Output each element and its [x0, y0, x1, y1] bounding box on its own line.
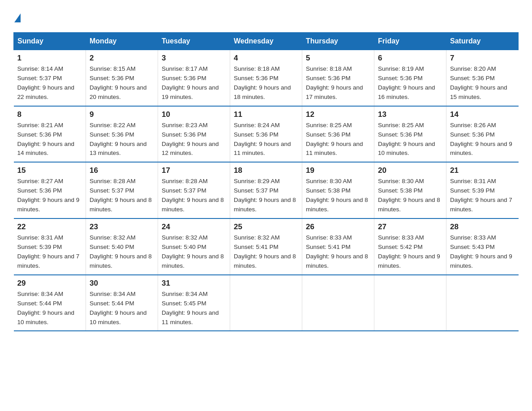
day-number: 10 — [162, 110, 226, 119]
col-header-sunday: Sunday — [14, 33, 86, 50]
calendar-cell: 28Sunrise: 8:33 AMSunset: 5:43 PMDayligh… — [446, 218, 519, 275]
day-info: Sunrise: 8:23 AMSunset: 5:36 PMDaylight:… — [162, 121, 226, 158]
calendar-cell: 24Sunrise: 8:32 AMSunset: 5:40 PMDayligh… — [158, 218, 230, 275]
day-number: 1 — [17, 54, 82, 63]
calendar-cell: 29Sunrise: 8:34 AMSunset: 5:44 PMDayligh… — [14, 275, 86, 331]
calendar-cell: 21Sunrise: 8:31 AMSunset: 5:39 PMDayligh… — [446, 162, 519, 218]
col-header-tuesday: Tuesday — [158, 33, 230, 50]
calendar-cell: 23Sunrise: 8:32 AMSunset: 5:40 PMDayligh… — [86, 218, 158, 275]
day-number: 15 — [17, 166, 82, 175]
day-info: Sunrise: 8:26 AMSunset: 5:36 PMDaylight:… — [450, 121, 515, 158]
calendar-cell: 6Sunrise: 8:19 AMSunset: 5:36 PMDaylight… — [374, 50, 446, 106]
day-info: Sunrise: 8:25 AMSunset: 5:36 PMDaylight:… — [378, 121, 442, 158]
calendar-cell: 20Sunrise: 8:30 AMSunset: 5:38 PMDayligh… — [374, 162, 446, 218]
calendar-cell — [374, 275, 446, 331]
logo-triangle-icon — [14, 13, 21, 22]
day-number: 9 — [90, 110, 154, 119]
calendar-table: SundayMondayTuesdayWednesdayThursdayFrid… — [13, 32, 519, 331]
day-info: Sunrise: 8:29 AMSunset: 5:37 PMDaylight:… — [234, 177, 298, 214]
day-info: Sunrise: 8:25 AMSunset: 5:36 PMDaylight:… — [306, 121, 370, 158]
calendar-cell: 5Sunrise: 8:18 AMSunset: 5:36 PMDaylight… — [302, 50, 374, 106]
calendar-week-2: 8Sunrise: 8:21 AMSunset: 5:36 PMDaylight… — [14, 106, 519, 163]
day-number: 13 — [378, 110, 442, 119]
calendar-cell: 13Sunrise: 8:25 AMSunset: 5:36 PMDayligh… — [374, 106, 446, 163]
day-info: Sunrise: 8:20 AMSunset: 5:36 PMDaylight:… — [450, 64, 515, 102]
day-number: 14 — [450, 110, 515, 119]
calendar-cell: 9Sunrise: 8:22 AMSunset: 5:36 PMDaylight… — [86, 106, 158, 163]
calendar-cell: 12Sunrise: 8:25 AMSunset: 5:36 PMDayligh… — [302, 106, 374, 163]
day-number: 20 — [378, 166, 442, 175]
calendar-cell: 31Sunrise: 8:34 AMSunset: 5:45 PMDayligh… — [158, 275, 230, 331]
calendar-week-3: 15Sunrise: 8:27 AMSunset: 5:36 PMDayligh… — [14, 162, 519, 218]
col-header-thursday: Thursday — [302, 33, 374, 50]
day-number: 31 — [162, 279, 226, 288]
day-number: 27 — [378, 223, 442, 231]
calendar-cell: 25Sunrise: 8:32 AMSunset: 5:41 PMDayligh… — [230, 218, 302, 275]
day-info: Sunrise: 8:18 AMSunset: 5:36 PMDaylight:… — [306, 64, 370, 102]
day-info: Sunrise: 8:30 AMSunset: 5:38 PMDaylight:… — [306, 177, 370, 214]
day-number: 25 — [234, 223, 298, 231]
day-info: Sunrise: 8:31 AMSunset: 5:39 PMDaylight:… — [450, 177, 515, 214]
calendar-cell: 27Sunrise: 8:33 AMSunset: 5:42 PMDayligh… — [374, 218, 446, 275]
day-number: 26 — [306, 223, 370, 231]
calendar-cell: 3Sunrise: 8:17 AMSunset: 5:36 PMDaylight… — [158, 50, 230, 106]
calendar-cell: 11Sunrise: 8:24 AMSunset: 5:36 PMDayligh… — [230, 106, 302, 163]
day-number: 6 — [378, 54, 442, 63]
day-number: 18 — [234, 166, 298, 175]
day-info: Sunrise: 8:28 AMSunset: 5:37 PMDaylight:… — [90, 177, 154, 214]
calendar-week-5: 29Sunrise: 8:34 AMSunset: 5:44 PMDayligh… — [14, 275, 519, 331]
col-header-saturday: Saturday — [446, 33, 519, 50]
calendar-cell — [302, 275, 374, 331]
calendar-cell: 7Sunrise: 8:20 AMSunset: 5:36 PMDaylight… — [446, 50, 519, 106]
day-info: Sunrise: 8:32 AMSunset: 5:41 PMDaylight:… — [234, 233, 298, 271]
day-info: Sunrise: 8:33 AMSunset: 5:41 PMDaylight:… — [306, 233, 370, 271]
calendar-cell: 1Sunrise: 8:14 AMSunset: 5:37 PMDaylight… — [14, 50, 86, 106]
calendar-cell: 17Sunrise: 8:28 AMSunset: 5:37 PMDayligh… — [158, 162, 230, 218]
day-info: Sunrise: 8:28 AMSunset: 5:37 PMDaylight:… — [162, 177, 226, 214]
calendar-cell: 19Sunrise: 8:30 AMSunset: 5:38 PMDayligh… — [302, 162, 374, 218]
day-number: 11 — [234, 110, 298, 119]
day-info: Sunrise: 8:31 AMSunset: 5:39 PMDaylight:… — [17, 233, 82, 271]
col-header-friday: Friday — [374, 33, 446, 50]
day-info: Sunrise: 8:32 AMSunset: 5:40 PMDaylight:… — [90, 233, 154, 271]
day-number: 30 — [90, 279, 154, 288]
day-number: 16 — [90, 166, 154, 175]
day-number: 7 — [450, 54, 515, 63]
calendar-week-1: 1Sunrise: 8:14 AMSunset: 5:37 PMDaylight… — [14, 50, 519, 106]
day-number: 5 — [306, 54, 370, 63]
day-number: 2 — [90, 54, 154, 63]
calendar-cell: 8Sunrise: 8:21 AMSunset: 5:36 PMDaylight… — [14, 106, 86, 163]
day-info: Sunrise: 8:19 AMSunset: 5:36 PMDaylight:… — [378, 64, 442, 102]
day-info: Sunrise: 8:21 AMSunset: 5:36 PMDaylight:… — [17, 121, 82, 158]
logo — [13, 13, 21, 23]
calendar-cell: 18Sunrise: 8:29 AMSunset: 5:37 PMDayligh… — [230, 162, 302, 218]
day-info: Sunrise: 8:32 AMSunset: 5:40 PMDaylight:… — [162, 233, 226, 271]
day-info: Sunrise: 8:22 AMSunset: 5:36 PMDaylight:… — [90, 121, 154, 158]
calendar-cell: 15Sunrise: 8:27 AMSunset: 5:36 PMDayligh… — [14, 162, 86, 218]
day-number: 24 — [162, 223, 226, 231]
day-info: Sunrise: 8:17 AMSunset: 5:36 PMDaylight:… — [162, 64, 226, 102]
col-header-monday: Monday — [86, 33, 158, 50]
day-info: Sunrise: 8:33 AMSunset: 5:43 PMDaylight:… — [450, 233, 515, 271]
day-number: 8 — [17, 110, 82, 119]
page-header — [13, 13, 519, 23]
day-info: Sunrise: 8:33 AMSunset: 5:42 PMDaylight:… — [378, 233, 442, 271]
day-number: 12 — [306, 110, 370, 119]
calendar-cell: 26Sunrise: 8:33 AMSunset: 5:41 PMDayligh… — [302, 218, 374, 275]
calendar-cell — [230, 275, 302, 331]
day-info: Sunrise: 8:30 AMSunset: 5:38 PMDaylight:… — [378, 177, 442, 214]
day-number: 3 — [162, 54, 226, 63]
calendar-cell: 14Sunrise: 8:26 AMSunset: 5:36 PMDayligh… — [446, 106, 519, 163]
calendar-cell: 22Sunrise: 8:31 AMSunset: 5:39 PMDayligh… — [14, 218, 86, 275]
day-info: Sunrise: 8:15 AMSunset: 5:36 PMDaylight:… — [90, 64, 154, 102]
day-number: 21 — [450, 166, 515, 175]
calendar-week-4: 22Sunrise: 8:31 AMSunset: 5:39 PMDayligh… — [14, 218, 519, 275]
day-info: Sunrise: 8:24 AMSunset: 5:36 PMDaylight:… — [234, 121, 298, 158]
col-header-wednesday: Wednesday — [230, 33, 302, 50]
day-number: 17 — [162, 166, 226, 175]
calendar-cell: 4Sunrise: 8:18 AMSunset: 5:36 PMDaylight… — [230, 50, 302, 106]
day-info: Sunrise: 8:14 AMSunset: 5:37 PMDaylight:… — [17, 64, 82, 102]
day-number: 4 — [234, 54, 298, 63]
calendar-header: SundayMondayTuesdayWednesdayThursdayFrid… — [14, 33, 519, 50]
day-info: Sunrise: 8:34 AMSunset: 5:44 PMDaylight:… — [17, 290, 82, 327]
